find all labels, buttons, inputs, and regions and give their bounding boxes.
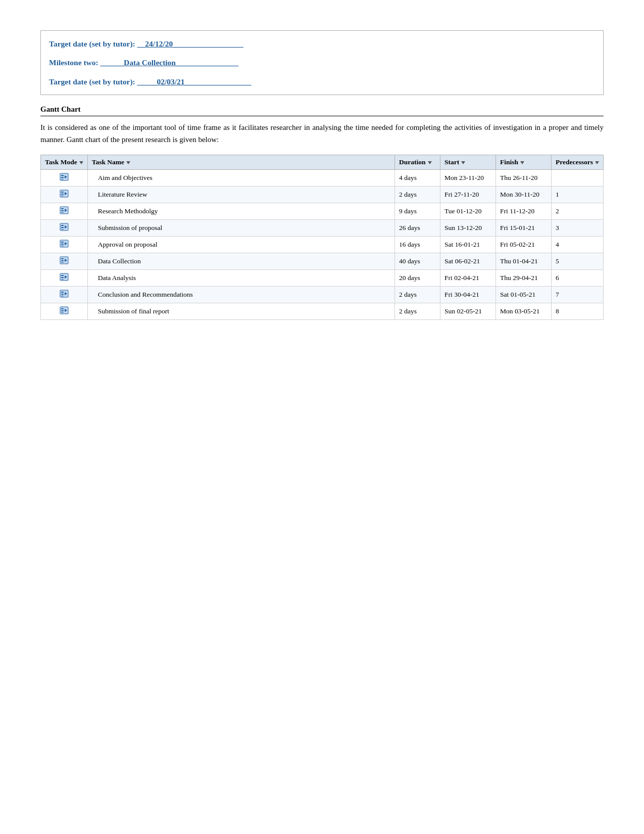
table-row: Research Methodolgy9 daysTue 01-12-20Fri… (41, 203, 604, 219)
finish-cell: Mon 30-11-20 (496, 186, 552, 203)
task-mode-cell (41, 286, 88, 303)
target-label-2: Target date (set by tutor): (49, 77, 135, 86)
table-row: Submission of proposal26 daysSun 13-12-2… (41, 219, 604, 236)
duration-sort-icon[interactable] (428, 161, 432, 164)
task-name-cell: Research Methodolgy (87, 203, 394, 219)
svg-rect-14 (61, 227, 64, 228)
predecessors-cell: 5 (552, 253, 604, 269)
svg-rect-26 (61, 277, 64, 278)
table-row: Submission of final report2 daysSun 02-0… (41, 303, 604, 319)
task-name-sort-icon[interactable] (126, 161, 130, 164)
svg-rect-33 (61, 308, 64, 309)
svg-rect-1 (61, 175, 64, 176)
task-mode-cell (41, 203, 88, 219)
task-mode-icon (60, 206, 69, 215)
task-mode-cell (41, 236, 88, 253)
predecessors-cell: 7 (552, 286, 604, 303)
predecessors-cell: 2 (552, 203, 604, 219)
svg-rect-19 (61, 246, 64, 246)
svg-rect-29 (61, 292, 64, 293)
finish-cell: Fri 15-01-21 (496, 219, 552, 236)
task-mode-cell (41, 169, 88, 186)
svg-rect-31 (61, 296, 64, 296)
start-cell: Tue 01-12-20 (440, 203, 496, 219)
finish-cell: Thu 29-04-21 (496, 269, 552, 286)
col-header-predecessors[interactable]: Predecessors (552, 155, 604, 169)
gantt-description: It is considered as one of the important… (40, 121, 604, 146)
task-name-cell: Conclusion and Recommendations (87, 286, 394, 303)
task-name-cell: Submission of final report (87, 303, 394, 319)
svg-rect-11 (61, 212, 64, 213)
gantt-table: Task Mode Task Name Duration (40, 155, 604, 320)
svg-rect-21 (61, 258, 64, 259)
target-value-1: __24/12/20__________________ (137, 39, 243, 48)
task-mode-icon (60, 272, 69, 282)
target-date-line1: Target date (set by tutor): __24/12/20__… (49, 38, 595, 50)
duration-cell: 2 days (395, 303, 440, 319)
predecessors-cell: 6 (552, 269, 604, 286)
svg-rect-35 (61, 312, 64, 313)
start-cell: Fri 30-04-21 (440, 286, 496, 303)
svg-rect-18 (61, 244, 64, 245)
table-row: Conclusion and Recommendations2 daysFri … (41, 286, 604, 303)
finish-cell: Thu 01-04-21 (496, 253, 552, 269)
task-name-cell: Literature Review (87, 186, 394, 203)
table-header-row: Task Mode Task Name Duration (41, 155, 604, 169)
task-mode-icon (60, 239, 69, 248)
svg-rect-23 (61, 262, 64, 263)
predecessors-cell: 8 (552, 303, 604, 319)
duration-cell: 2 days (395, 286, 440, 303)
col-header-task-name[interactable]: Task Name (87, 155, 394, 169)
start-cell: Sat 06-02-21 (440, 253, 496, 269)
task-name-cell: Data Collection (87, 253, 394, 269)
svg-rect-10 (61, 210, 64, 211)
predecessors-sort-icon[interactable] (595, 161, 599, 164)
svg-rect-25 (61, 275, 64, 276)
duration-cell: 16 days (395, 236, 440, 253)
svg-rect-3 (61, 179, 64, 179)
task-mode-icon (60, 289, 69, 298)
milestone-label: Milestone two: (49, 58, 98, 67)
svg-rect-5 (61, 192, 64, 193)
svg-rect-17 (61, 242, 64, 243)
svg-rect-9 (61, 208, 64, 209)
task-mode-cell (41, 269, 88, 286)
header-section: Target date (set by tutor): __24/12/20__… (40, 30, 604, 95)
col-header-finish[interactable]: Finish (496, 155, 552, 169)
gantt-chart-title: Gantt Chart (40, 105, 604, 116)
finish-cell: Mon 03-05-21 (496, 303, 552, 319)
table-row: Literature Review2 daysFri 27-11-20Mon 3… (41, 186, 604, 203)
milestone-value: ______Data Collection________________ (101, 58, 238, 67)
svg-rect-2 (61, 177, 64, 178)
task-mode-icon (60, 256, 69, 265)
col-header-task-mode[interactable]: Task Mode (41, 155, 88, 169)
svg-rect-6 (61, 194, 64, 195)
task-name-cell: Aim and Objectives (87, 169, 394, 186)
milestone-two-line: Milestone two: ______Data Collection____… (49, 57, 595, 68)
duration-cell: 20 days (395, 269, 440, 286)
finish-cell: Fri 11-12-20 (496, 203, 552, 219)
start-cell: Sun 02-05-21 (440, 303, 496, 319)
task-mode-cell (41, 303, 88, 319)
col-header-duration[interactable]: Duration (395, 155, 440, 169)
finish-cell: Fri 05-02-21 (496, 236, 552, 253)
finish-cell: Thu 26-11-20 (496, 169, 552, 186)
task-mode-icon (60, 189, 69, 198)
finish-sort-icon[interactable] (520, 161, 524, 164)
svg-rect-34 (61, 310, 64, 311)
task-name-cell: Submission of proposal (87, 219, 394, 236)
svg-rect-7 (61, 196, 64, 196)
predecessors-cell: 1 (552, 186, 604, 203)
svg-rect-22 (61, 260, 64, 261)
task-mode-icon (60, 222, 69, 231)
task-name-cell: Data Analysis (87, 269, 394, 286)
predecessors-cell: 4 (552, 236, 604, 253)
col-header-start[interactable]: Start (440, 155, 496, 169)
task-mode-icon (60, 172, 69, 181)
svg-rect-27 (61, 279, 64, 280)
task-mode-sort-icon[interactable] (79, 161, 83, 164)
target-date-line2: Target date (set by tutor): _____02/03/2… (49, 76, 595, 87)
task-mode-icon (60, 306, 69, 315)
task-mode-cell (41, 186, 88, 203)
start-sort-icon[interactable] (461, 161, 465, 164)
